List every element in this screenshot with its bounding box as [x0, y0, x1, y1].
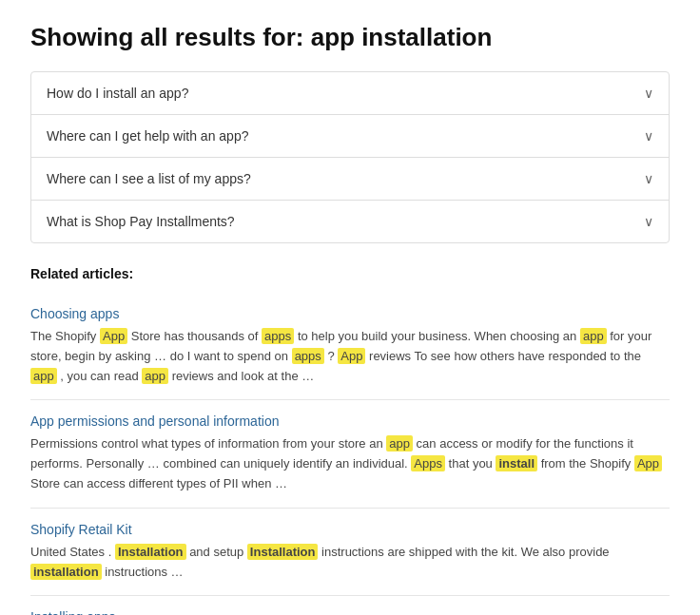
highlight-keyword: install: [496, 455, 537, 471]
list-item: Installing appsfound an app that you wan…: [30, 596, 670, 615]
article-title[interactable]: Choosing apps: [30, 306, 119, 321]
article-snippet: The Shopify App Store has thousands of a…: [30, 327, 670, 386]
highlight-keyword: apps: [262, 328, 294, 344]
highlight-keyword: Apps: [411, 455, 445, 471]
highlight-keyword: app: [580, 328, 607, 344]
page-title: Showing all results for: app installatio…: [30, 23, 670, 52]
highlight-keyword: app: [142, 368, 168, 384]
highlight-keyword: app: [386, 435, 413, 452]
highlight-keyword: App: [100, 328, 127, 344]
chevron-down-icon: ∨: [644, 171, 653, 186]
highlight-keyword: App: [338, 348, 365, 364]
list-item: App permissions and personal information…: [30, 400, 670, 508]
article-snippet: United States . Installation and setup I…: [30, 543, 670, 583]
highlight-keyword: installation: [30, 564, 102, 580]
list-item: Choosing appsThe Shopify App Store has t…: [30, 293, 670, 400]
highlight-keyword: App: [634, 455, 662, 471]
faq-item[interactable]: Where can I see a list of my apps?∨: [31, 158, 669, 201]
faq-item[interactable]: What is Shop Pay Installments?∨: [31, 201, 669, 242]
chevron-down-icon: ∨: [644, 214, 653, 229]
article-snippet: Permissions control what types of inform…: [30, 434, 670, 493]
faq-item-label: What is Shop Pay Installments?: [47, 214, 235, 229]
faq-accordion: How do I install an app?∨Where can I get…: [30, 71, 670, 243]
chevron-down-icon: ∨: [644, 86, 653, 101]
related-articles-title: Related articles:: [30, 266, 670, 281]
highlight-keyword: app: [30, 368, 57, 384]
list-item: Shopify Retail KitUnited States . Instal…: [30, 509, 670, 597]
faq-item-label: Where can I see a list of my apps?: [47, 171, 251, 186]
faq-item[interactable]: How do I install an app?∨: [31, 72, 669, 115]
article-title[interactable]: Shopify Retail Kit: [30, 522, 132, 537]
highlight-keyword: Installation: [115, 544, 186, 560]
related-articles-section: Related articles: Choosing appsThe Shopi…: [30, 266, 670, 615]
article-title[interactable]: App permissions and personal information: [30, 413, 279, 429]
chevron-down-icon: ∨: [644, 128, 653, 144]
faq-item[interactable]: Where can I get help with an app?∨: [31, 115, 669, 158]
highlight-keyword: apps: [292, 348, 324, 364]
faq-item-label: How do I install an app?: [47, 86, 188, 101]
article-title[interactable]: Installing apps: [30, 609, 116, 615]
faq-item-label: Where can I get help with an app?: [47, 128, 248, 144]
highlight-keyword: Installation: [247, 544, 319, 560]
